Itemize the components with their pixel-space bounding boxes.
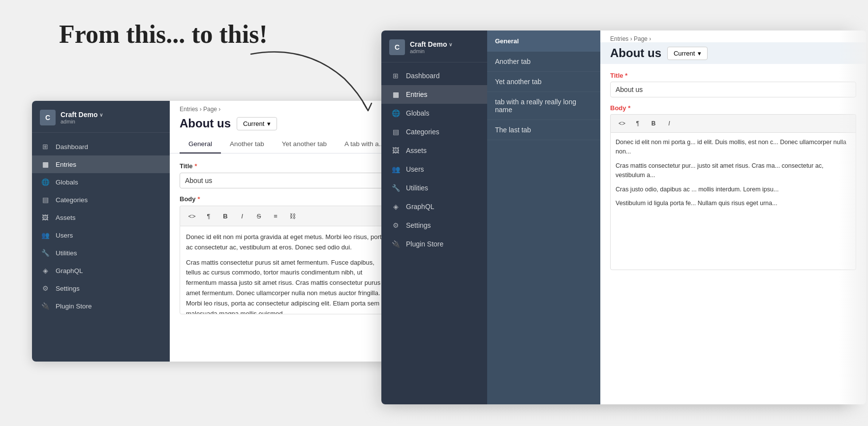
left-nav: ⊞ Dashboard ▦ Entries 🌐 Globals ▤ Catego… — [32, 133, 170, 362]
right-sidebar-logo: C — [389, 39, 405, 55]
page-title: About us — [180, 117, 231, 130]
right-sidebar-item-label: Assets — [406, 147, 427, 154]
sidebar-item-users[interactable]: 👥 Users — [32, 226, 170, 244]
right-sidebar-item-categories[interactable]: ▤ Categories — [381, 122, 487, 141]
right-toolbar-para-btn[interactable]: ¶ — [630, 117, 645, 130]
tab-dropdown-item-long[interactable]: tab with a really really long name — [487, 92, 600, 120]
required-star-body: * — [198, 195, 200, 203]
right-body-label: Body * — [610, 104, 856, 112]
right-panel: C Craft Demo admin ⊞ Dashboard ▦ Entries… — [381, 30, 866, 404]
right-sidebar-item-plugin-store[interactable]: 🔌 Plugin Store — [381, 235, 487, 253]
right-utilities-icon: 🔧 — [391, 183, 400, 192]
right-sidebar-item-label: Globals — [406, 109, 429, 117]
tab-dropdown-item-last[interactable]: The last tab — [487, 120, 600, 140]
right-globe-icon: 🌐 — [391, 109, 400, 118]
right-title-label: Title * — [610, 72, 856, 79]
sidebar-item-plugin-store[interactable]: 🔌 Plugin Store — [32, 297, 170, 315]
right-required-star: * — [625, 72, 627, 79]
right-status-button[interactable]: Current ▾ — [667, 47, 708, 60]
right-page-header: About us Current ▾ — [600, 42, 866, 64]
right-users-icon: 👥 — [391, 165, 400, 174]
sidebar-item-label: Entries — [56, 161, 76, 168]
right-sidebar-item-label: Dashboard — [406, 72, 440, 80]
right-breadcrumb: Entries › Page › — [600, 30, 866, 42]
sidebar-item-graphql[interactable]: ◈ GraphQL — [32, 262, 170, 279]
sidebar-item-label: Dashboard — [56, 143, 88, 151]
assets-icon: 🖼 — [41, 213, 50, 222]
right-editor-area[interactable]: Donec id elit non mi porta g... id elit.… — [610, 132, 856, 270]
sidebar-item-label: GraphQL — [56, 267, 83, 274]
sidebar-item-label: Categories — [56, 196, 88, 204]
right-sidebar-item-label: Plugin Store — [406, 240, 443, 248]
tab-general[interactable]: General — [180, 136, 221, 153]
toolbar-list-btn[interactable]: ≡ — [268, 209, 283, 223]
right-sidebar-item-graphql[interactable]: ◈ GraphQL — [381, 197, 487, 216]
right-sidebar: C Craft Demo admin ⊞ Dashboard ▦ Entries… — [381, 30, 487, 404]
sidebar-item-globals[interactable]: 🌐 Globals — [32, 173, 170, 191]
right-sidebar-item-users[interactable]: 👥 Users — [381, 160, 487, 179]
right-title-input[interactable] — [610, 82, 856, 97]
sidebar-item-label: Plugin Store — [56, 303, 92, 310]
right-toolbar-code-btn[interactable]: <> — [615, 117, 629, 130]
sidebar-item-settings[interactable]: ⚙ Settings — [32, 279, 170, 297]
sidebar-item-utilities[interactable]: 🔧 Utilities — [32, 244, 170, 262]
right-toolbar-italic-btn[interactable]: I — [662, 117, 677, 130]
right-toolbar-bold-btn[interactable]: B — [646, 117, 661, 130]
right-main-content: Entries › Page › About us Current ▾ Titl… — [600, 30, 866, 404]
settings-icon: ⚙ — [41, 284, 50, 293]
sidebar-item-label: Settings — [56, 285, 80, 292]
toolbar-italic-btn[interactable]: I — [234, 209, 250, 223]
right-assets-icon: 🖼 — [391, 146, 400, 155]
plugin-store-icon: 🔌 — [41, 302, 50, 310]
sidebar-header[interactable]: C Craft Demo admin — [32, 101, 170, 133]
right-sidebar-item-entries[interactable]: ▦ Entries — [381, 85, 487, 104]
right-nav: ⊞ Dashboard ▦ Entries 🌐 Globals ▤ Catego… — [381, 62, 487, 404]
sidebar-item-entries[interactable]: ▦ Entries — [32, 155, 170, 173]
tab-yet-another[interactable]: Yet another tab — [273, 136, 336, 153]
toolbar-bold-btn[interactable]: B — [217, 209, 233, 223]
right-sidebar-item-assets[interactable]: 🖼 Assets — [381, 141, 487, 160]
right-sidebar-item-label: GraphQL — [406, 203, 434, 211]
right-graphql-icon: ◈ — [391, 202, 400, 211]
right-sidebar-item-label: Settings — [406, 221, 431, 229]
sidebar-item-label: Utilities — [56, 249, 77, 257]
entries-icon: ▦ — [41, 160, 50, 169]
right-sidebar-item-utilities[interactable]: 🔧 Utilities — [381, 179, 487, 197]
sidebar-item-label: Globals — [56, 179, 78, 186]
dashboard-icon: ⊞ — [41, 142, 50, 151]
toolbar-para-btn[interactable]: ¶ — [201, 209, 217, 223]
tabs-dropdown: General Another tab Yet another tab tab … — [487, 30, 600, 404]
tab-another[interactable]: Another tab — [221, 136, 273, 153]
editor-area[interactable]: Donec id elit non mi porta gravida at eg… — [180, 226, 396, 314]
arrow-icon — [246, 39, 379, 120]
right-main-inner: Entries › Page › About us Current ▾ Titl… — [600, 30, 866, 404]
right-sidebar-item-settings[interactable]: ⚙ Settings — [381, 216, 487, 235]
users-icon: 👥 — [41, 231, 50, 240]
right-sidebar-item-label: Categories — [406, 128, 439, 136]
tab-dropdown-item-yet-another[interactable]: Yet another tab — [487, 72, 600, 92]
left-main-content: Entries › Page › About us Current ▾ Gene… — [170, 101, 406, 362]
right-title-field: Title * — [610, 72, 856, 97]
right-sidebar-item-globals[interactable]: 🌐 Globals — [381, 104, 487, 122]
right-sidebar-header[interactable]: C Craft Demo admin — [381, 30, 487, 62]
globe-icon: 🌐 — [41, 178, 50, 186]
right-sidebar-item-dashboard[interactable]: ⊞ Dashboard — [381, 66, 487, 85]
toolbar-link-btn[interactable]: ⛓ — [284, 209, 300, 223]
sidebar-item-categories[interactable]: ▤ Categories — [32, 191, 170, 209]
right-chevron-down-icon: ▾ — [698, 50, 701, 57]
sidebar-item-dashboard[interactable]: ⊞ Dashboard — [32, 138, 170, 155]
toolbar-strike-btn[interactable]: S — [251, 209, 267, 223]
right-body-field: Body * <> ¶ B I Donec id elit non mi por… — [610, 104, 856, 270]
title-input[interactable] — [180, 173, 396, 188]
graphql-icon: ◈ — [41, 266, 50, 275]
tab-dropdown-item-another[interactable]: Another tab — [487, 52, 600, 72]
toolbar-code-btn[interactable]: <> — [184, 209, 200, 223]
categories-icon: ▤ — [41, 195, 50, 204]
tabs-dropdown-header: General — [487, 30, 600, 52]
sidebar-item-label: Users — [56, 232, 73, 239]
right-required-star-body: * — [628, 104, 630, 112]
right-page-title: About us — [610, 46, 661, 60]
fade-bottom — [0, 406, 868, 426]
sidebar-item-assets[interactable]: 🖼 Assets — [32, 209, 170, 226]
right-sidebar-item-label: Utilities — [406, 184, 428, 192]
